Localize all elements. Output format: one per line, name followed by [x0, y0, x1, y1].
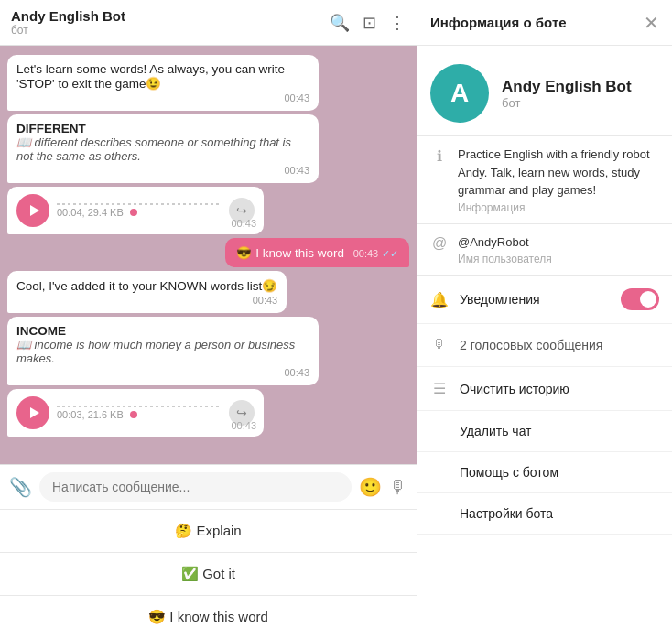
audio-waveform-2: [57, 406, 222, 407]
audio-play-button-2[interactable]: [16, 396, 49, 429]
bot-description-content: Practice English with a friendly robot A…: [458, 146, 659, 214]
bot-name: Andy English Bot: [502, 78, 632, 96]
bot-type: бот: [502, 96, 632, 110]
search-icon[interactable]: 🔍: [330, 13, 350, 33]
window-icon[interactable]: ⊡: [363, 13, 376, 33]
msg-checkmark: ✓✓: [382, 248, 398, 259]
bot-profile: A Andy English Bot бот: [417, 46, 672, 136]
quick-reply-explain[interactable]: 🤔 Explain: [0, 509, 417, 552]
info-title: Информация о боте: [430, 15, 567, 30]
bot-username-section: @ @AndyRobot Имя пользователя: [417, 224, 672, 276]
bot-username-content: @AndyRobot Имя пользователя: [458, 233, 659, 266]
chat-subtitle: бот: [11, 24, 125, 37]
message-4: INCOME 📖 income is how much money a pers…: [7, 317, 319, 385]
bot-info: Andy English Bot бот: [502, 78, 632, 110]
quick-reply-got-it[interactable]: ✅ Got it: [0, 552, 417, 595]
more-icon[interactable]: ⋮: [389, 13, 406, 33]
message-input[interactable]: [39, 472, 352, 502]
chat-title: Andy English Bot: [11, 8, 125, 24]
audio-wave: 00:04, 29.4 KB: [57, 203, 222, 218]
msg-time: 00:43: [16, 92, 309, 103]
help-bot-label: Помощь с ботом: [460, 465, 558, 480]
notifications-label: Уведомления: [460, 292, 540, 307]
audio-message-1: 00:04, 29.4 KB ↪ 00:43: [7, 187, 264, 234]
audio-info: 00:04, 29.4 KB: [57, 207, 222, 218]
quick-replies: 🤔 Explain ✅ Got it 😎 I know this word: [0, 509, 417, 638]
notifications-toggle[interactable]: [621, 288, 659, 310]
msg-bold: DIFFERENT: [16, 122, 309, 135]
bot-username: @AndyRobot: [458, 233, 659, 252]
message-user-1: 😎 I know this word 00:43 ✓✓: [225, 238, 409, 267]
bot-avatar: A: [430, 64, 489, 123]
input-area: 📎 🙂 🎙: [0, 464, 417, 509]
list-icon: ☰: [430, 380, 449, 397]
info-icon: ℹ: [430, 147, 449, 165]
help-bot-item[interactable]: Помощь с ботом: [417, 452, 672, 493]
emoji-icon[interactable]: 🙂: [359, 476, 382, 498]
audio-play-button[interactable]: [16, 194, 49, 227]
info-header: Информация о боте ✕: [417, 0, 672, 46]
bot-description: Practice English with a friendly robot A…: [458, 146, 659, 200]
msg-time: 00:43: [16, 165, 309, 176]
msg-time: 00:43: [231, 218, 256, 229]
username-icon: @: [430, 235, 449, 252]
bot-description-label: Информация: [458, 201, 659, 214]
mic-icon: 🎙: [430, 337, 449, 353]
chat-header: Andy English Bot бот 🔍 ⊡ ⋮: [0, 0, 417, 46]
message-2: DIFFERENT 📖 different describes someone …: [7, 114, 319, 183]
bot-settings-item[interactable]: Настройки бота: [417, 493, 672, 535]
bot-description-section: ℹ Practice English with a friendly robot…: [417, 136, 672, 224]
voice-messages-row[interactable]: 🎙 2 голосовых сообщения: [417, 324, 672, 367]
bell-icon: 🔔: [430, 291, 449, 308]
audio-wave-2: 00:03, 21.6 KB: [57, 406, 222, 420]
message-1: Let's learn some words! As always, you c…: [7, 55, 319, 111]
msg-text: 😎 I know this word: [236, 246, 344, 260]
bot-settings-label: Настройки бота: [460, 506, 553, 521]
delete-chat-item[interactable]: Удалить чат: [417, 411, 672, 452]
mic-icon[interactable]: 🎙: [389, 477, 407, 498]
messages-area: Let's learn some words! As always, you c…: [0, 46, 417, 464]
audio-message-2: 00:03, 21.6 KB ↪ 00:43: [7, 389, 264, 437]
close-icon[interactable]: ✕: [644, 12, 659, 34]
chat-header-icons: 🔍 ⊡ ⋮: [330, 13, 406, 33]
clear-history-item[interactable]: ☰ Очистить историю: [417, 367, 672, 411]
msg-italic: 📖 income is how much money a person or b…: [16, 338, 295, 365]
notifications-left: 🔔 Уведомления: [430, 291, 540, 308]
msg-time: 00:43: [16, 367, 309, 378]
msg-time: 00:43: [16, 295, 277, 306]
audio-info-2: 00:03, 21.6 KB: [57, 409, 222, 420]
msg-text: Cool, I've added it to your KNOWN words …: [16, 279, 277, 293]
msg-text: Let's learn some words! As always, you c…: [16, 62, 285, 91]
audio-dot-2: [130, 411, 137, 418]
chat-panel: Andy English Bot бот 🔍 ⊡ ⋮ Let's learn s…: [0, 0, 417, 638]
clear-history-label: Очистить историю: [460, 382, 569, 396]
chat-header-left: Andy English Bot бот: [11, 8, 125, 37]
msg-time: 00:43: [231, 420, 256, 431]
msg-bold: INCOME: [16, 324, 309, 338]
msg-time: 00:43: [353, 248, 379, 259]
info-panel: Информация о боте ✕ A Andy English Bot б…: [417, 0, 672, 638]
message-3: Cool, I've added it to your KNOWN words …: [7, 271, 287, 313]
delete-chat-label: Удалить чат: [460, 424, 532, 438]
quick-reply-know-word[interactable]: 😎 I know this word: [0, 595, 417, 638]
msg-italic: 📖 different describes someone or somethi…: [16, 135, 291, 163]
voice-messages-left: 🎙 2 голосовых сообщения: [430, 337, 602, 353]
audio-dot: [130, 209, 137, 216]
attach-icon[interactable]: 📎: [9, 476, 32, 498]
notifications-row[interactable]: 🔔 Уведомления: [417, 276, 672, 324]
audio-waveform: [57, 203, 222, 205]
voice-messages-count: 2 голосовых сообщения: [460, 338, 602, 352]
bot-username-label: Имя пользователя: [458, 253, 659, 265]
